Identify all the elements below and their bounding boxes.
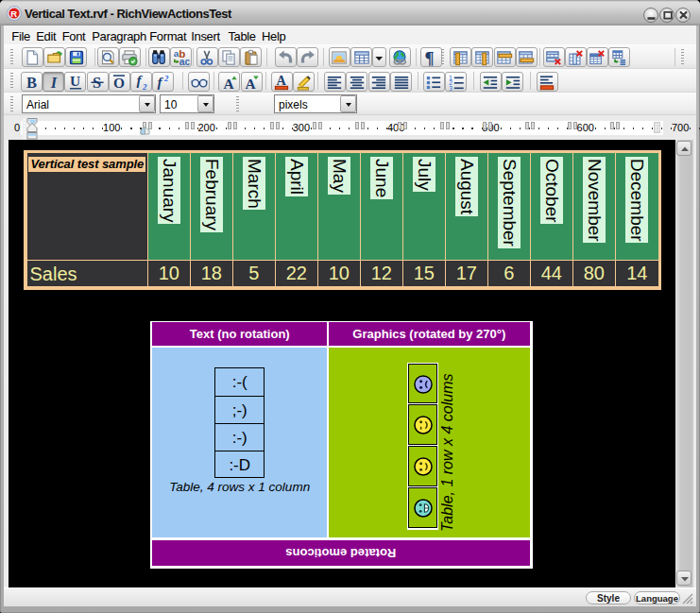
svg-text:f: f — [136, 74, 143, 88]
svg-text:ac: ac — [179, 57, 189, 66]
svg-text:S: S — [93, 74, 101, 91]
svg-text:f: f — [157, 74, 163, 90]
svg-text:U: U — [70, 74, 80, 89]
svg-text:A: A — [277, 74, 287, 88]
svg-text:3: 3 — [449, 84, 452, 90]
svg-text:2: 2 — [142, 81, 147, 90]
svg-text:A: A — [223, 75, 233, 90]
svg-text:2: 2 — [163, 74, 169, 83]
svg-text:R: R — [10, 9, 17, 19]
svg-text:O: O — [113, 75, 125, 91]
svg-text:A: A — [245, 75, 255, 90]
svg-text:B: B — [26, 74, 36, 91]
svg-text:I: I — [49, 74, 57, 91]
svg-text:¶: ¶ — [425, 49, 435, 66]
